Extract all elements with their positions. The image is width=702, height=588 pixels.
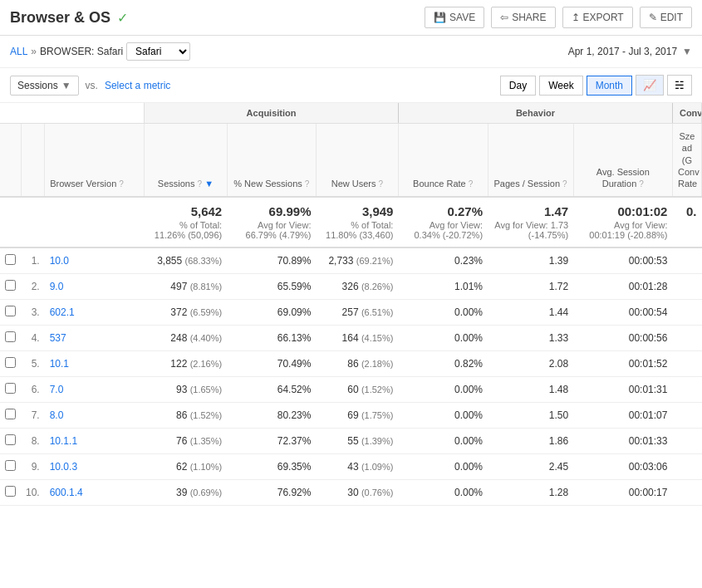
row-checkbox[interactable] [5, 383, 16, 394]
row-checkbox[interactable] [5, 357, 16, 368]
table-row: 8. 10.1.1 76 (1.35%) 72.37% 55 (1.39%) 0… [0, 429, 702, 454]
row-pct-new: 72.37% [227, 429, 316, 454]
save-button[interactable]: 💾 SAVE [425, 7, 484, 28]
row-conv [672, 351, 701, 377]
pages-session-help-icon[interactable]: ? [562, 179, 567, 189]
row-checkbox-cell[interactable] [0, 454, 21, 480]
controls-bar: Sessions ▼ vs. Select a metric Day Week … [0, 68, 702, 103]
bounce-rate-header[interactable]: Bounce Rate ? [398, 124, 488, 198]
sessions-help-icon[interactable]: ? [198, 179, 203, 189]
row-checkbox-cell[interactable] [0, 403, 21, 429]
row-checkbox-cell[interactable] [0, 351, 21, 377]
version-link[interactable]: 7.0 [50, 384, 64, 395]
verified-icon: ✓ [117, 10, 128, 26]
row-version: 10.1 [45, 351, 145, 377]
version-link[interactable]: 537 [50, 332, 66, 344]
summary-pct-new: 69.99% Avg for View: 66.79% (4.79%) [227, 197, 316, 247]
row-number: 10. [21, 480, 45, 506]
avg-duration-help-icon[interactable]: ? [639, 179, 644, 189]
sessions-sort-icon[interactable]: ▼ [204, 179, 214, 189]
data-table: Acquisition Behavior Conv Browser Versio… [0, 103, 702, 506]
summary-conv: 0. [672, 197, 701, 247]
version-link[interactable]: 600.1.4 [50, 487, 83, 498]
metric-selector[interactable]: Sessions ▼ [10, 76, 79, 96]
row-duration: 00:01:07 [573, 403, 672, 429]
pct-new-sessions-help-icon[interactable]: ? [305, 179, 310, 189]
row-conv [672, 454, 701, 480]
version-link[interactable]: 8.0 [50, 409, 64, 421]
new-users-header[interactable]: New Users ? [316, 124, 398, 198]
row-checkbox[interactable] [5, 254, 16, 265]
export-button[interactable]: ↥ EXPORT [562, 7, 633, 28]
summary-pages: 1.47 Avg for View: 1.73 (-14.75%) [488, 197, 573, 247]
version-link[interactable]: 9.0 [50, 281, 64, 292]
date-range-picker[interactable]: Apr 1, 2017 - Jul 3, 2017 ▼ [568, 46, 692, 57]
row-number: 8. [21, 429, 45, 454]
version-link[interactable]: 10.0 [50, 255, 69, 267]
row-checkbox[interactable] [5, 409, 16, 419]
edit-icon: ✎ [649, 12, 657, 23]
row-sessions: 93 (1.65%) [145, 377, 227, 403]
row-pages: 1.48 [488, 377, 573, 403]
row-checkbox[interactable] [5, 306, 16, 316]
breadcrumb-bar: ALL » BROWSER: Safari Safari Chrome Fire… [0, 36, 702, 68]
summary-checkbox-cell [0, 197, 21, 247]
version-link[interactable]: 10.1 [50, 358, 69, 370]
browser-version-help-icon[interactable]: ? [119, 179, 124, 189]
week-button[interactable]: Week [539, 76, 582, 96]
day-button[interactable]: Day [500, 76, 536, 96]
summary-num-cell [21, 197, 45, 247]
num-header [21, 124, 45, 198]
row-sessions: 372 (6.59%) [145, 300, 227, 326]
row-checkbox-cell[interactable] [0, 429, 21, 454]
line-chart-button[interactable]: 📈 [636, 75, 664, 96]
row-pct-new: 70.49% [227, 351, 316, 377]
row-bounce-rate: 0.00% [398, 377, 488, 403]
share-button[interactable]: ⇦ SHARE [491, 7, 555, 28]
row-checkbox[interactable] [5, 460, 16, 471]
version-link[interactable]: 602.1 [50, 306, 75, 318]
sessions-header[interactable]: Sessions ? ▼ [145, 124, 227, 198]
avg-duration-header[interactable]: Avg. Session Duration ? [573, 124, 672, 198]
new-users-help-icon[interactable]: ? [379, 179, 384, 189]
row-checkbox[interactable] [5, 434, 16, 445]
row-pages: 1.72 [488, 274, 573, 300]
all-link[interactable]: ALL [10, 46, 27, 57]
version-link[interactable]: 10.0.3 [50, 461, 77, 473]
pct-new-sessions-header[interactable]: % New Sessions ? [227, 124, 316, 198]
row-new-users: 43 (1.09%) [316, 454, 398, 480]
row-checkbox-cell[interactable] [0, 377, 21, 403]
row-pages: 1.44 [488, 300, 573, 326]
row-checkbox-cell[interactable] [0, 326, 21, 351]
row-checkbox-cell[interactable] [0, 300, 21, 326]
row-version: 10.0 [45, 247, 145, 274]
row-new-users: 326 (8.26%) [316, 274, 398, 300]
column-header-row: Browser Version ? Sessions ? ▼ % New Ses… [0, 124, 702, 198]
row-checkbox-cell[interactable] [0, 247, 21, 274]
row-checkbox[interactable] [5, 486, 16, 497]
row-pct-new: 64.52% [227, 377, 316, 403]
month-button[interactable]: Month [587, 76, 632, 96]
row-conv [672, 326, 701, 351]
row-pct-new: 80.23% [227, 403, 316, 429]
bar-chart-button[interactable]: ☵ [667, 75, 692, 96]
breadcrumb-separator: » [31, 46, 37, 57]
row-checkbox-cell[interactable] [0, 274, 21, 300]
pages-session-header[interactable]: Pages / Session ? [488, 124, 573, 198]
version-link[interactable]: 10.1.1 [50, 435, 77, 447]
filter-dropdown[interactable]: Safari Chrome Firefox [126, 42, 190, 61]
row-checkbox-cell[interactable] [0, 480, 21, 506]
row-pct-new: 76.92% [227, 480, 316, 506]
row-checkbox[interactable] [5, 280, 16, 291]
row-new-users: 60 (1.52%) [316, 377, 398, 403]
row-number: 3. [21, 300, 45, 326]
select-metric-link[interactable]: Select a metric [105, 80, 170, 91]
row-bounce-rate: 0.23% [398, 247, 488, 274]
row-number: 5. [21, 351, 45, 377]
row-checkbox[interactable] [5, 331, 16, 342]
edit-button[interactable]: ✎ EDIT [640, 7, 692, 28]
conv-rate-header[interactable]: Sze ad (G Conv Rate [672, 124, 701, 198]
row-version: 9.0 [45, 274, 145, 300]
bounce-rate-help-icon[interactable]: ? [469, 179, 474, 189]
row-sessions: 62 (1.10%) [145, 454, 227, 480]
